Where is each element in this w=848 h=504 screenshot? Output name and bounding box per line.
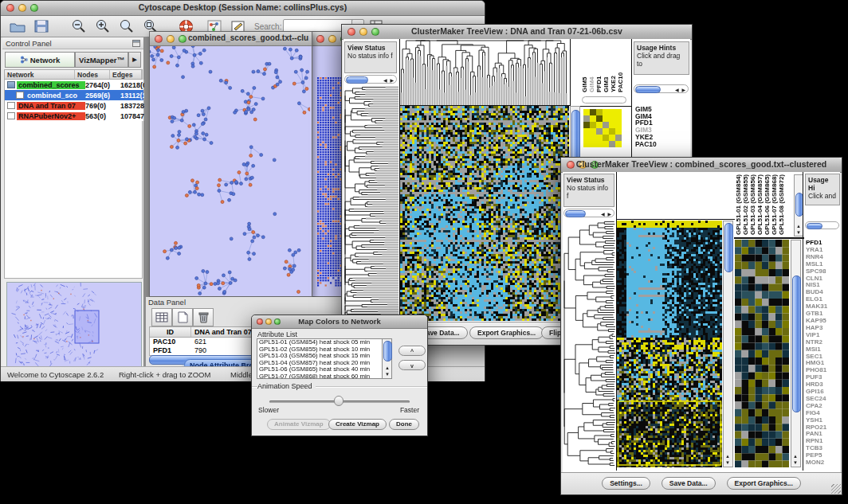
gene-label[interactable]: HRD3 xyxy=(806,381,841,389)
tab-network[interactable]: Network xyxy=(5,52,75,68)
global-heatmap[interactable] xyxy=(617,221,722,467)
slider-thumb[interactable] xyxy=(334,396,344,406)
network-row[interactable]: DNA and Tran 07 769(0) 183728(0) xyxy=(5,100,143,111)
gene-label[interactable]: PHO81 xyxy=(806,367,841,374)
heatmap-vscrollbar[interactable]: ▲ ▼ xyxy=(723,221,733,467)
gene-label[interactable]: FIG4 xyxy=(806,410,841,417)
gene-label[interactable]: MSI1 xyxy=(806,346,841,354)
zoom-heatmap[interactable] xyxy=(735,240,789,467)
zoom-column-label[interactable]: GPL51-01 (GSM854) xyxy=(735,174,742,235)
zoom-row-label[interactable]: GIM5 xyxy=(635,106,688,113)
zoom-column-label[interactable]: GIM5 xyxy=(581,76,588,92)
zoom-in-icon[interactable] xyxy=(93,18,112,34)
zoom-column-label[interactable]: GIM4 xyxy=(588,76,595,92)
gene-label[interactable]: HMG1 xyxy=(806,360,841,367)
scrollbar-arrows[interactable]: ◀ ▶ xyxy=(675,87,686,92)
gene-label[interactable]: NTR2 xyxy=(806,339,841,346)
zoom-heatmap[interactable] xyxy=(583,109,622,147)
gene-label[interactable]: HAP3 xyxy=(806,325,841,332)
column-dendrogram[interactable] xyxy=(400,40,569,105)
network-canvas[interactable] xyxy=(150,46,310,295)
zoom-hscrollbar[interactable] xyxy=(582,96,626,104)
treeview-button[interactable]: Settings... xyxy=(602,477,650,490)
float-panel-icon[interactable] xyxy=(132,40,140,47)
zoom-column-label[interactable]: PAC10 xyxy=(617,72,624,92)
zoom-fit-icon[interactable] xyxy=(117,18,136,34)
zoom-row-label[interactable]: YKE2 xyxy=(635,134,688,141)
gene-label[interactable]: BUD4 xyxy=(806,289,841,296)
gene-label[interactable]: RPO21 xyxy=(806,424,841,432)
network-row[interactable]: RNAPuberNov2+ 563(0) 107847(0) xyxy=(5,111,143,121)
gene-label[interactable]: TCB3 xyxy=(806,445,841,452)
zoom-column-label[interactable]: GPL51-07 (GSM868) xyxy=(771,174,778,235)
global-heatmap[interactable] xyxy=(400,106,569,321)
scroll-up-arrow[interactable]: ▲ xyxy=(385,365,391,370)
network-row[interactable]: combined_sco 2569(6) 13112(15) xyxy=(5,90,143,100)
tab-overflow-button[interactable]: ▶ xyxy=(128,52,141,68)
zoom-row-label[interactable]: GIM3 xyxy=(635,127,688,134)
zoom-row-label[interactable]: PFD1 xyxy=(635,119,688,127)
gene-label[interactable]: CLN1 xyxy=(806,275,841,283)
zoom-row-label[interactable]: PAC10 xyxy=(635,141,688,148)
view-status-scrollbar[interactable]: ◀ ▶ xyxy=(344,75,397,84)
scrollbar-thumb[interactable] xyxy=(571,110,580,161)
gene-label[interactable]: PAN1 xyxy=(806,431,841,438)
treeview-dna-titlebar[interactable]: ClusterMaker TreeView : DNA and Tran 07-… xyxy=(342,25,692,40)
tab-vizmapper[interactable]: VizMapper™ xyxy=(75,52,128,68)
zoom-out-icon[interactable] xyxy=(69,18,88,34)
scrollbar-thumb[interactable] xyxy=(792,275,801,412)
zoom-column-label[interactable]: PFD1 xyxy=(595,76,603,92)
scrollbar-thumb[interactable] xyxy=(635,86,661,93)
row-dendrogram[interactable] xyxy=(563,221,616,467)
gene-label[interactable]: GTB1 xyxy=(806,311,841,318)
usage-hints-scrollbar[interactable]: ◀ ▶ xyxy=(634,84,689,93)
new-attribute-icon[interactable] xyxy=(172,308,193,326)
gene-label[interactable]: RPN1 xyxy=(806,438,841,445)
network-row[interactable]: combined_scores 2764(0) 16218(0) xyxy=(5,80,143,90)
zoom-column-label[interactable]: GPL51-08 (GSM872) xyxy=(778,174,785,235)
scroll-up-arrow[interactable]: ▲ xyxy=(725,454,731,459)
scrollbar-arrows[interactable]: ◀ ▶ xyxy=(383,77,395,83)
gene-label[interactable]: PEP5 xyxy=(806,452,841,459)
attribute-list-item[interactable]: GPL51-07 (GSM868) heat shock 60 min xyxy=(259,373,391,380)
dialog-titlebar[interactable]: Map Colors to Network xyxy=(252,315,427,329)
usage-hints-scrollbar[interactable] xyxy=(805,221,839,229)
scrollbar-thumb[interactable] xyxy=(724,223,733,272)
treeview-button[interactable]: Export Graphics... xyxy=(469,326,544,339)
network-view-titlebar[interactable]: combined_scores_good.txt--cluste... xyxy=(150,32,312,46)
attribute-list-scrollbar[interactable]: ▲ ▼ xyxy=(382,338,392,379)
gene-label[interactable]: YRA1 xyxy=(806,247,841,254)
attribute-select-icon[interactable] xyxy=(151,308,172,326)
dialog-button[interactable]: Create Vizmap xyxy=(328,419,387,430)
column-dendrogram-area[interactable] xyxy=(617,172,723,218)
move-down-button[interactable]: v xyxy=(398,360,426,370)
row-dendrogram[interactable] xyxy=(344,86,398,321)
close-button[interactable] xyxy=(316,35,324,43)
scrollbar-thumb[interactable] xyxy=(346,76,368,84)
scrollbar-thumb[interactable] xyxy=(383,341,392,361)
gene-label[interactable]: ELG1 xyxy=(806,296,841,303)
gene-label[interactable]: SPC98 xyxy=(806,268,841,275)
treeview-button[interactable]: Save Data... xyxy=(662,477,716,490)
scroll-down-arrow[interactable]: ▼ xyxy=(725,460,731,465)
open-session-icon[interactable] xyxy=(8,18,27,34)
minimize-button[interactable] xyxy=(328,35,336,43)
col-network[interactable]: Network xyxy=(5,70,75,79)
scrollbar-thumb[interactable] xyxy=(807,223,822,229)
col-nodes[interactable]: Nodes xyxy=(75,70,110,79)
gene-label[interactable]: RNR4 xyxy=(806,254,841,261)
gene-label[interactable]: PFD1 xyxy=(806,240,841,247)
zoom-column-label[interactable]: GPL51-04 (GSM857) xyxy=(756,174,764,235)
main-titlebar[interactable]: Cytoscape Desktop (Session Name: collins… xyxy=(1,1,485,16)
gene-label[interactable]: MSL1 xyxy=(806,261,841,268)
scrollbar-arrows[interactable]: ◀ ▶ xyxy=(601,211,612,217)
resize-grip[interactable] xyxy=(831,484,841,494)
gene-label[interactable]: CPA2 xyxy=(806,403,841,410)
gene-label[interactable]: MAK31 xyxy=(806,303,841,311)
zoom-button[interactable] xyxy=(179,35,186,43)
move-up-button[interactable]: ^ xyxy=(398,346,426,356)
gene-label[interactable]: GPI16 xyxy=(806,389,841,396)
zoom-column-label[interactable]: YKE2 xyxy=(610,76,617,92)
view-status-scrollbar[interactable]: ◀ ▶ xyxy=(563,209,614,217)
delete-attribute-icon[interactable] xyxy=(193,308,214,326)
